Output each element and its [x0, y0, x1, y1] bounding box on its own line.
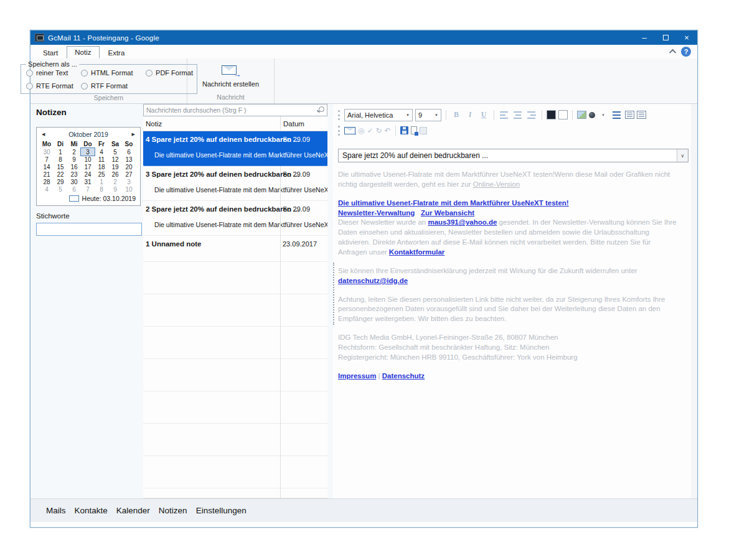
body-link[interactable]: Datenschutz: [382, 372, 425, 380]
calendar-day[interactable]: 4: [95, 148, 108, 156]
table-header[interactable]: Notiz Datum: [143, 116, 327, 131]
calendar-day[interactable]: 5: [108, 148, 122, 156]
highlight-color-swatch[interactable]: [558, 110, 568, 119]
radio-option-reiner-text[interactable]: reiner Text: [26, 69, 81, 77]
indent-decrease-icon[interactable]: [625, 111, 634, 119]
font-size-select[interactable]: 9▼: [415, 109, 441, 121]
italic-button[interactable]: I: [464, 110, 476, 121]
calendar-day[interactable]: 8: [95, 185, 108, 193]
calendar-day[interactable]: 1: [54, 148, 67, 156]
align-left-button[interactable]: [499, 110, 510, 121]
calendar-day[interactable]: 15: [54, 163, 67, 170]
calendar-day[interactable]: 9: [108, 185, 122, 193]
radio-option-pdf-format[interactable]: PDF Format: [146, 69, 193, 77]
calendar-day[interactable]: 25: [95, 170, 108, 178]
calendar-day[interactable]: 2: [108, 178, 122, 185]
save-icon[interactable]: [400, 126, 408, 134]
calendar-day[interactable]: 14: [40, 163, 54, 170]
tab-notiz[interactable]: Notiz: [67, 46, 99, 58]
body-link[interactable]: Newsletter-Verwaltung: [338, 209, 415, 217]
create-message-button[interactable]: → Nachricht erstellen: [196, 62, 265, 90]
calendar-day[interactable]: 3: [81, 148, 95, 156]
maximize-button[interactable]: [655, 30, 676, 45]
minimize-button[interactable]: –: [634, 30, 655, 45]
nav-item-kontakte[interactable]: Kontakte: [70, 506, 112, 515]
calendar-day[interactable]: 6: [122, 148, 136, 156]
calendar-day[interactable]: 21: [40, 170, 54, 178]
help-icon[interactable]: ?: [681, 47, 691, 57]
calendar-day[interactable]: 9: [67, 156, 81, 163]
body-link[interactable]: Online-Version: [473, 180, 520, 188]
calendar-day[interactable]: 4: [40, 185, 54, 193]
body-link[interactable]: Impressum: [338, 372, 376, 380]
bold-button[interactable]: B: [451, 110, 462, 121]
column-header-datum[interactable]: Datum: [280, 120, 304, 128]
nav-item-mails[interactable]: Mails: [42, 506, 70, 515]
nav-item-einstellungen[interactable]: Einstellungen: [192, 506, 251, 515]
calendar-day[interactable]: 27: [122, 170, 136, 178]
calendar-day[interactable]: 6: [67, 185, 81, 193]
calendar-day[interactable]: 26: [108, 170, 122, 178]
insert-frame-icon[interactable]: [420, 127, 427, 134]
list-item[interactable]: 2 Spare jetzt 20% auf deinen bedruckbare…: [143, 201, 327, 236]
keywords-input[interactable]: [36, 223, 142, 236]
calendar-day[interactable]: 29: [54, 178, 67, 185]
calendar-day[interactable]: 18: [95, 163, 108, 170]
list-item[interactable]: 3 Spare jetzt 20% auf deinen bedruckbare…: [143, 166, 327, 201]
today-indicator-icon[interactable]: [69, 195, 79, 202]
calendar-day[interactable]: 12: [108, 156, 122, 163]
editor-scrollbar[interactable]: [691, 104, 697, 498]
titlebar[interactable]: GcMail 11 - Posteingang - Google – ×: [31, 30, 697, 45]
calendar-day[interactable]: 20: [122, 163, 136, 170]
insert-image-icon[interactable]: [577, 111, 586, 119]
radio-option-rte-format[interactable]: RTE Format: [26, 82, 81, 90]
bullet-style-icon[interactable]: [589, 112, 595, 118]
calendar-day[interactable]: 23: [67, 170, 81, 178]
calendar-today-label[interactable]: Heute: 03.10.2019: [82, 195, 136, 202]
body-link[interactable]: Die ultimative Usenet-Flatrate mit dem M…: [338, 199, 569, 207]
underline-button[interactable]: U: [478, 110, 489, 121]
calendar-day[interactable]: 3: [122, 178, 136, 185]
calendar-day[interactable]: 16: [67, 163, 81, 170]
calendar-day[interactable]: 10: [81, 156, 95, 163]
align-right-button[interactable]: [526, 110, 537, 121]
toolbar-grip[interactable]: [338, 126, 340, 136]
nav-item-kalender[interactable]: Kalender: [112, 506, 154, 515]
body-link[interactable]: maus391@yahoo.de: [428, 218, 497, 226]
calendar-day[interactable]: 10: [122, 185, 136, 193]
radio-option-rtf-format[interactable]: RTF Format: [81, 82, 146, 90]
list-item[interactable]: 1 Unnamed note23.09.2017: [143, 236, 327, 262]
indent-increase-icon[interactable]: [637, 111, 646, 119]
collapse-ribbon-icon[interactable]: [669, 49, 676, 56]
calendar-next-icon[interactable]: ▶: [132, 132, 135, 137]
attach-icon[interactable]: ◎: [358, 126, 364, 135]
calendar-day[interactable]: 13: [122, 156, 136, 163]
toolbar-grip[interactable]: [338, 110, 340, 120]
calendar-day[interactable]: 30: [40, 148, 54, 156]
bullet-style-dropdown[interactable]: ▼: [598, 110, 609, 121]
radio-option-html-format[interactable]: HTML Format: [81, 69, 146, 77]
calendar-day[interactable]: 30: [67, 178, 81, 185]
body-link[interactable]: Kontaktformular: [389, 248, 444, 256]
tab-extra[interactable]: Extra: [101, 47, 133, 58]
calendar-day[interactable]: 17: [81, 163, 95, 170]
calendar-day[interactable]: 5: [54, 185, 67, 193]
calendar-day[interactable]: 24: [81, 170, 95, 178]
close-button[interactable]: ×: [676, 30, 697, 45]
tab-start[interactable]: Start: [35, 47, 65, 58]
body-link[interactable]: datenschutz@idg.de: [338, 277, 408, 284]
text-color-swatch[interactable]: [547, 110, 556, 119]
search-icon[interactable]: [319, 106, 324, 112]
calendar-day[interactable]: 28: [40, 178, 54, 185]
nav-item-notizen[interactable]: Notizen: [154, 506, 192, 515]
send-message-icon[interactable]: →: [344, 127, 355, 134]
calendar-day[interactable]: 22: [54, 170, 67, 178]
font-family-select[interactable]: Arial, Helvetica▼: [344, 109, 413, 121]
calendar-day[interactable]: 19: [108, 163, 122, 170]
calendar-month-label[interactable]: Oktober 2019: [68, 131, 108, 138]
search-input[interactable]: [143, 104, 327, 116]
rotate-icon[interactable]: ↻: [376, 126, 382, 135]
check-icon[interactable]: ✓: [367, 126, 373, 135]
list-item[interactable]: 4 Spare jetzt 20% auf deinen bedruckbare…: [143, 131, 327, 166]
calendar-day[interactable]: 11: [95, 156, 108, 163]
